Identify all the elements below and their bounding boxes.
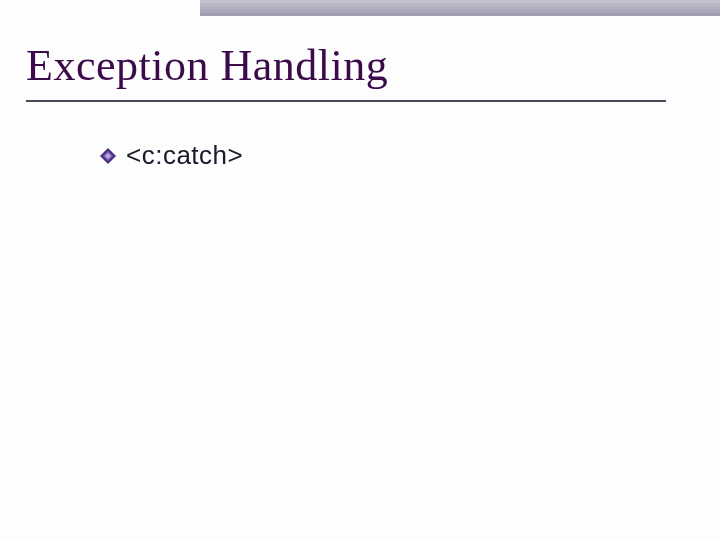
title-underline [26, 100, 666, 102]
slide: Exception Handling <c:catch> [0, 0, 720, 540]
top-accent-bar [200, 0, 720, 16]
list-item: <c:catch> [100, 140, 243, 171]
bullet-text: <c:catch> [126, 140, 243, 171]
slide-title: Exception Handling [26, 40, 388, 91]
diamond-bullet-icon [100, 148, 116, 164]
